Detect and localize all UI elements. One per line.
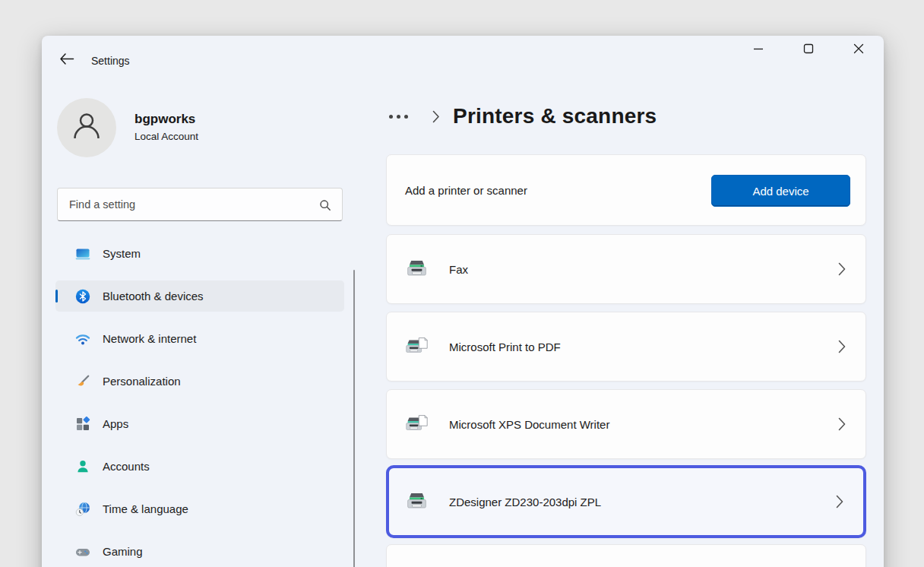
- printer-row-zdesigner[interactable]: ZDesigner ZD230-203dpi ZPL: [386, 465, 866, 538]
- maximize-icon: [803, 43, 814, 57]
- main-content: Add a printer or scanner Add device Fax: [386, 154, 866, 567]
- bluetooth-icon: [75, 289, 90, 304]
- printer-name: Microsoft XPS Document Writer: [449, 418, 609, 431]
- sidebar-item-label: Gaming: [103, 545, 143, 558]
- search-box: [57, 188, 343, 221]
- printer-row-partial[interactable]: [386, 544, 866, 567]
- apps-icon: [75, 417, 90, 432]
- sidebar-item-label: Time & language: [103, 502, 188, 515]
- maximize-button[interactable]: [783, 36, 834, 65]
- search-icon[interactable]: [319, 199, 331, 214]
- printer-name: Fax: [449, 263, 468, 276]
- ellipsis-icon: [404, 115, 408, 119]
- sidebar-item-label: Apps: [103, 417, 128, 430]
- sidebar-item-time-language[interactable]: Time & language: [55, 493, 344, 524]
- printer-icon: [405, 259, 429, 280]
- back-button[interactable]: [55, 49, 78, 71]
- sidebar-item-system[interactable]: System: [55, 238, 344, 269]
- printer-row-print-to-pdf[interactable]: Microsoft Print to PDF: [386, 312, 866, 382]
- printer-row-fax[interactable]: Fax: [386, 234, 866, 304]
- sidebar-item-label: Bluetooth & devices: [103, 290, 204, 303]
- chevron-right-icon: [838, 262, 846, 276]
- avatar: [57, 98, 116, 157]
- accounts-icon: [75, 459, 90, 474]
- breadcrumb: Printers & scanners: [388, 100, 657, 133]
- close-button[interactable]: [834, 36, 884, 65]
- selection-pill: [55, 290, 58, 303]
- sidebar-item-apps[interactable]: Apps: [55, 408, 344, 439]
- back-arrow-icon: [59, 52, 74, 68]
- breadcrumb-overflow-button[interactable]: [388, 110, 410, 123]
- minimize-icon: [753, 43, 764, 57]
- sidebar-item-network-internet[interactable]: Network & internet: [55, 323, 344, 354]
- printer-name: ZDesigner ZD230-203dpi ZPL: [449, 496, 601, 508]
- sidebar-scrollbar[interactable]: [353, 270, 355, 567]
- window-controls: [733, 36, 884, 66]
- chevron-right-icon: [836, 495, 843, 508]
- chevron-right-icon: [838, 417, 846, 431]
- chevron-right-icon: [838, 340, 846, 353]
- account-name: bgpworks: [134, 112, 195, 127]
- chevron-right-icon: [432, 110, 440, 123]
- gaming-icon: [75, 544, 90, 559]
- person-icon: [69, 109, 104, 147]
- sidebar-item-label: Personalization: [103, 375, 181, 388]
- ellipsis-icon: [397, 115, 400, 119]
- ellipsis-icon: [389, 115, 393, 119]
- sidebar-nav: System Bluetooth & devices Network: [55, 238, 344, 567]
- sidebar-item-label: Accounts: [103, 460, 150, 473]
- printer-document-icon: [405, 337, 429, 357]
- account-type: Local Account: [134, 131, 198, 142]
- add-printer-label: Add a printer or scanner: [405, 184, 527, 197]
- time-language-icon: [75, 502, 90, 517]
- system-icon: [75, 246, 90, 261]
- titlebar: Settings: [42, 36, 884, 72]
- add-device-button[interactable]: Add device: [711, 175, 850, 207]
- printer-row-xps-writer[interactable]: Microsoft XPS Document Writer: [386, 389, 866, 459]
- sidebar-item-accounts[interactable]: Accounts: [55, 451, 344, 482]
- search-input[interactable]: [58, 188, 342, 220]
- sidebar-item-gaming[interactable]: Gaming: [55, 536, 344, 567]
- page-title: Printers & scanners: [453, 104, 657, 128]
- personalization-icon: [75, 374, 90, 389]
- window-title: Settings: [91, 55, 130, 67]
- printer-name: Microsoft Print to PDF: [449, 341, 561, 353]
- printer-document-icon: [405, 414, 429, 435]
- network-icon: [75, 331, 90, 347]
- sidebar-item-personalization[interactable]: Personalization: [55, 366, 344, 397]
- sidebar-item-label: System: [103, 247, 141, 260]
- minimize-button[interactable]: [733, 36, 783, 65]
- settings-window: Settings: [42, 36, 884, 567]
- printer-icon: [405, 492, 429, 512]
- sidebar-item-label: Network & internet: [103, 332, 196, 345]
- sidebar-item-bluetooth-devices[interactable]: Bluetooth & devices: [55, 280, 344, 312]
- add-printer-card: Add a printer or scanner Add device: [386, 154, 866, 226]
- close-icon: [853, 43, 864, 57]
